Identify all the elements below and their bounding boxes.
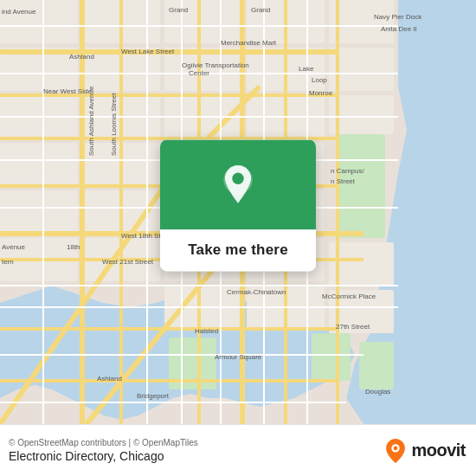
svg-text:Avenue: Avenue [2, 243, 26, 251]
svg-text:18th: 18th [67, 243, 80, 251]
moovit-logo: moovit [383, 439, 466, 463]
svg-text:West 21st Street: West 21st Street [102, 258, 154, 266]
take-me-there-button[interactable]: Take me there [160, 229, 316, 271]
svg-text:Monroe: Monroe [309, 89, 333, 97]
svg-text:Ashland: Ashland [69, 53, 94, 61]
svg-rect-5 [0, 0, 78, 43]
svg-text:Ashland: Ashland [97, 375, 122, 383]
svg-rect-9 [0, 190, 78, 234]
svg-text:Cermak-Chinatown: Cermak-Chinatown [227, 288, 286, 296]
svg-text:tern: tern [2, 258, 14, 266]
svg-text:Armour Square: Armour Square [215, 353, 262, 361]
svg-text:Loop: Loop [312, 76, 327, 84]
location-pin-icon [215, 164, 261, 209]
svg-text:Lake: Lake [299, 65, 314, 73]
svg-text:Grand: Grand [251, 6, 270, 14]
attribution-text: © OpenStreetMap contributors | © OpenMap… [9, 438, 198, 447]
svg-text:Navy Pier Dock: Navy Pier Dock [374, 13, 422, 21]
svg-text:South Ashland Avenue: South Ashland Avenue [87, 86, 95, 156]
svg-point-101 [232, 172, 243, 183]
svg-text:West Lake Street: West Lake Street [121, 48, 175, 55]
svg-text:South Loomis Street: South Loomis Street [110, 93, 118, 156]
svg-rect-8 [0, 143, 78, 186]
svg-text:Merchandise Mart: Merchandise Mart [221, 39, 277, 47]
svg-text:Douglas: Douglas [365, 388, 390, 396]
card-icon-area [160, 139, 316, 229]
svg-text:ind Avenue: ind Avenue [2, 8, 36, 16]
svg-text:Bridgeport: Bridgeport [137, 392, 170, 400]
svg-text:McCormick Place: McCormick Place [322, 293, 376, 300]
svg-text:Halsted: Halsted [195, 327, 218, 335]
svg-text:Near West Side: Near West Side [43, 87, 92, 95]
svg-text:n Campus/: n Campus/ [331, 167, 364, 175]
svg-point-103 [394, 446, 398, 450]
footer-bar: © OpenStreetMap contributors | © OpenMap… [0, 424, 476, 476]
moovit-text: moovit [411, 441, 466, 460]
svg-text:Center: Center [189, 69, 209, 77]
svg-rect-4 [359, 342, 394, 389]
footer-left: © OpenStreetMap contributors | © OpenMap… [9, 438, 198, 463]
moovit-pin-icon [383, 439, 408, 463]
location-card: Take me there [160, 139, 316, 271]
svg-text:27th Street: 27th Street [336, 323, 370, 331]
svg-rect-3 [312, 333, 351, 381]
svg-rect-1 [338, 134, 385, 238]
map-container: ind Avenue Grand Grand Navy Pier Dock An… [0, 0, 476, 424]
footer-title: Electronic Directory, Chicago [9, 449, 198, 463]
svg-text:Grand: Grand [169, 6, 188, 14]
svg-text:n Street: n Street [331, 177, 356, 185]
svg-text:Ogilvie Transportation: Ogilvie Transportation [182, 61, 249, 69]
svg-text:Anita Dee II: Anita Dee II [381, 25, 417, 33]
